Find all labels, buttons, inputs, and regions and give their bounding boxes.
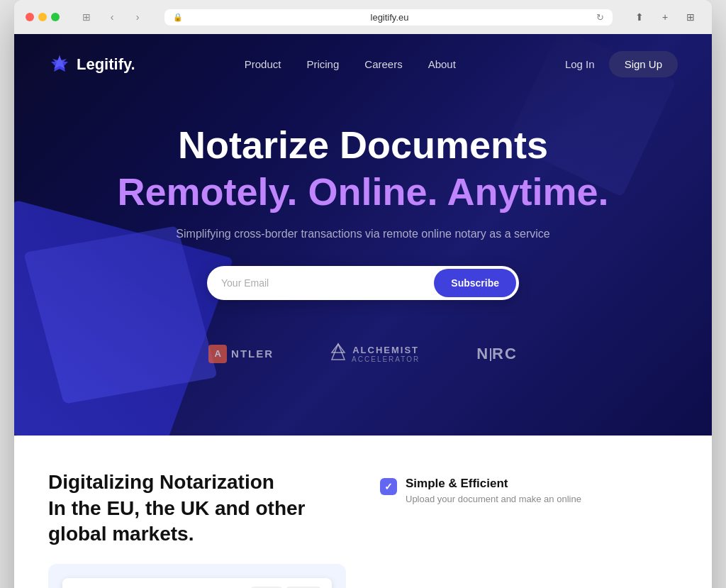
alchemist-logo: ALCHEMIST ACCELERATOR: [330, 343, 420, 365]
login-button[interactable]: Log In: [565, 58, 595, 70]
antler-text: NTLER: [231, 348, 274, 360]
hero-section: Legitify. Product Pricing Careers About …: [14, 34, 712, 436]
email-input[interactable]: [221, 277, 434, 289]
traffic-lights: [26, 13, 60, 21]
nav-about[interactable]: About: [428, 58, 456, 70]
signup-button[interactable]: Sign Up: [609, 51, 678, 77]
navbar-auth: Log In Sign Up: [565, 51, 678, 77]
alchemist-sub: ACCELERATOR: [352, 355, 420, 363]
minimize-button[interactable]: [38, 13, 47, 21]
back-button[interactable]: ‹: [102, 7, 122, 27]
alchemist-icon: [330, 343, 346, 365]
browser-window: ⊞ ‹ › 🔒 legitify.eu ↻ ⬆ + ⊞: [14, 0, 712, 588]
alchemist-text: ALCHEMIST ACCELERATOR: [352, 345, 420, 363]
close-button[interactable]: [26, 13, 34, 21]
maximize-button[interactable]: [51, 13, 60, 21]
norc-logo: NRC: [476, 345, 518, 363]
brand-logo-container[interactable]: Legitify.: [48, 53, 135, 76]
below-fold-right: ✓ Simple & Efficient Upload your documen…: [380, 470, 678, 588]
grid-button[interactable]: ⊞: [681, 7, 700, 27]
partners-section: A NTLER ALCHEMIST ACCELERATOR: [48, 343, 678, 393]
lock-icon: 🔒: [173, 13, 183, 22]
hero-content: Notarize Documents Remotely. Online. Any…: [14, 94, 712, 436]
antler-logo: A NTLER: [208, 345, 274, 363]
checkmark-icon: ✓: [384, 481, 393, 492]
section-title: Digitalizing Notarization In the EU, the…: [48, 470, 346, 547]
browser-nav: ⊞ ‹ ›: [77, 7, 147, 27]
below-fold-section: Digitalizing Notarization In the EU, the…: [14, 436, 712, 588]
navbar: Legitify. Product Pricing Careers About …: [14, 34, 712, 94]
brand-logo-icon: [48, 53, 71, 76]
alchemist-name: ALCHEMIST: [352, 345, 420, 355]
feature-item: ✓ Simple & Efficient Upload your documen…: [380, 477, 678, 504]
hero-title-white: Notarize Documents: [48, 123, 678, 167]
below-fold-left: Digitalizing Notarization In the EU, the…: [48, 470, 346, 588]
new-tab-button[interactable]: +: [655, 7, 675, 27]
feature-check-icon-container: ✓: [380, 478, 397, 495]
browser-chrome: ⊞ ‹ › 🔒 legitify.eu ↻ ⬆ + ⊞: [14, 0, 712, 34]
navbar-nav: Product Pricing Careers About: [245, 58, 456, 70]
sidebar-toggle-button[interactable]: ⊞: [77, 7, 96, 27]
nav-pricing[interactable]: Pricing: [306, 58, 339, 70]
url-text: legitify.eu: [189, 12, 591, 23]
nav-careers[interactable]: Careers: [364, 58, 402, 70]
refresh-icon[interactable]: ↻: [596, 12, 604, 23]
nav-product[interactable]: Product: [245, 58, 281, 70]
feature-description: Upload your document and make an online: [406, 494, 581, 504]
email-form: Subscribe: [207, 266, 519, 300]
address-bar[interactable]: 🔒 legitify.eu ↻: [164, 9, 613, 26]
feature-title: Simple & Efficient: [406, 477, 581, 491]
hero-title-purple: Remotely. Online. Anytime.: [48, 170, 678, 213]
norc-text: NRC: [476, 345, 518, 363]
feature-text: Simple & Efficient Upload your document …: [406, 477, 581, 504]
hero-subtitle: Simplifying cross-border transactions vi…: [48, 228, 678, 240]
subscribe-button[interactable]: Subscribe: [434, 269, 516, 297]
browser-actions: ⬆ + ⊞: [630, 7, 700, 27]
brand-name-text: Legitify.: [77, 55, 135, 74]
browser-controls: ⊞ ‹ › 🔒 legitify.eu ↻ ⬆ + ⊞: [26, 7, 700, 34]
website-content: Legitify. Product Pricing Careers About …: [14, 34, 712, 588]
app-preview: Legitify Sign In Log Out: [48, 564, 346, 588]
app-preview-inner: Legitify Sign In Log Out: [62, 578, 332, 588]
forward-button[interactable]: ›: [128, 7, 147, 27]
antler-icon: A: [208, 345, 227, 363]
share-button[interactable]: ⬆: [630, 7, 649, 27]
